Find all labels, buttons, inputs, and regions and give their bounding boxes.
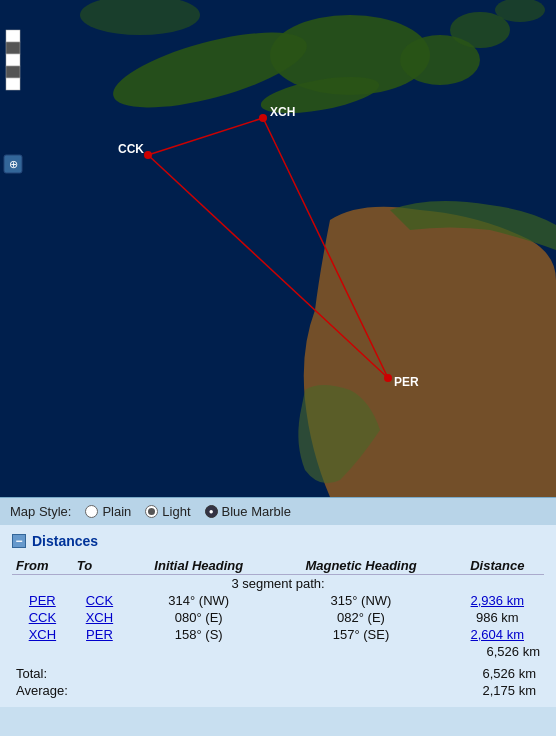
svg-point-12 [259,114,267,122]
svg-rect-18 [6,30,20,42]
average-row: Average: 2,175 km [12,682,544,699]
totals-section: Total: 6,526 km Average: 2,175 km [12,665,544,699]
svg-point-6 [80,0,200,35]
row-from-0[interactable]: PER [12,592,73,609]
row-init-heading-0: 314° (NW) [126,592,271,609]
svg-rect-20 [6,54,20,66]
total-value: 6,526 km [483,666,536,681]
svg-line-10 [148,118,263,155]
svg-text:CCK: CCK [118,142,144,156]
row-distance-0: 2,936 km [451,592,544,609]
col-initial-heading: Initial Heading [126,557,271,575]
row-mag-heading-2: 157° (SE) [271,626,450,643]
row-from-1[interactable]: CCK [12,609,73,626]
style-light-label: Light [162,504,190,519]
svg-rect-22 [6,78,20,90]
distance-row: XCHPER158° (S)157° (SE)2,604 km [12,626,544,643]
style-bluemarble-label: Blue Marble [222,504,291,519]
map-style-bar: Map Style: Plain Light ● Blue Marble [0,497,556,525]
style-plain-option[interactable]: Plain [85,504,131,519]
style-light-radio[interactable] [145,505,158,518]
map-style-label: Map Style: [10,504,71,519]
row-init-heading-1: 080° (E) [126,609,271,626]
style-light-option[interactable]: Light [145,504,190,519]
svg-text:XCH: XCH [270,105,295,119]
row-to-1[interactable]: XCH [73,609,126,626]
row-from-2[interactable]: XCH [12,626,73,643]
row-to-0[interactable]: CCK [73,592,126,609]
svg-point-13 [144,151,152,159]
distances-panel: − Distances From To Initial Heading Magn… [0,525,556,707]
style-plain-radio[interactable] [85,505,98,518]
svg-text:⊕: ⊕ [9,158,18,170]
total-row: Total: 6,526 km [12,665,544,682]
distance-row: PERCCK314° (NW)315° (NW)2,936 km [12,592,544,609]
svg-rect-19 [6,42,20,54]
row-mag-heading-0: 315° (NW) [271,592,450,609]
average-label: Average: [16,683,68,698]
style-bluemarble-option[interactable]: ● Blue Marble [205,504,291,519]
svg-text:PER: PER [394,375,419,389]
style-bluemarble-radio[interactable]: ● [205,505,218,518]
row-mag-heading-1: 082° (E) [271,609,450,626]
segment-path-label: 3 segment path: [12,575,544,593]
subtotal-value: 6,526 km [487,644,540,659]
col-from: From [12,557,73,575]
distances-header: − Distances [12,533,544,549]
distances-title: Distances [32,533,98,549]
col-distance: Distance [451,557,544,575]
svg-rect-21 [6,66,20,78]
row-distance-2: 2,604 km [451,626,544,643]
average-value: 2,175 km [483,683,536,698]
distances-table: From To Initial Heading Magnetic Heading… [12,557,544,643]
svg-point-14 [384,374,392,382]
total-label: Total: [16,666,47,681]
segment-path-row: 3 segment path: [12,575,544,593]
col-magnetic-heading: Magnetic Heading [271,557,450,575]
row-init-heading-2: 158° (S) [126,626,271,643]
row-distance-1: 986 km [451,609,544,626]
map-svg: XCH CCK PER ⊕ [0,0,556,497]
map-container[interactable]: XCH CCK PER ⊕ [0,0,556,497]
distance-row: CCKXCH080° (E)082° (E)986 km [12,609,544,626]
row-to-2[interactable]: PER [73,626,126,643]
style-plain-label: Plain [102,504,131,519]
collapse-button[interactable]: − [12,534,26,548]
distances-tbody: 3 segment path: PERCCK314° (NW)315° (NW)… [12,575,544,644]
col-to: To [73,557,126,575]
